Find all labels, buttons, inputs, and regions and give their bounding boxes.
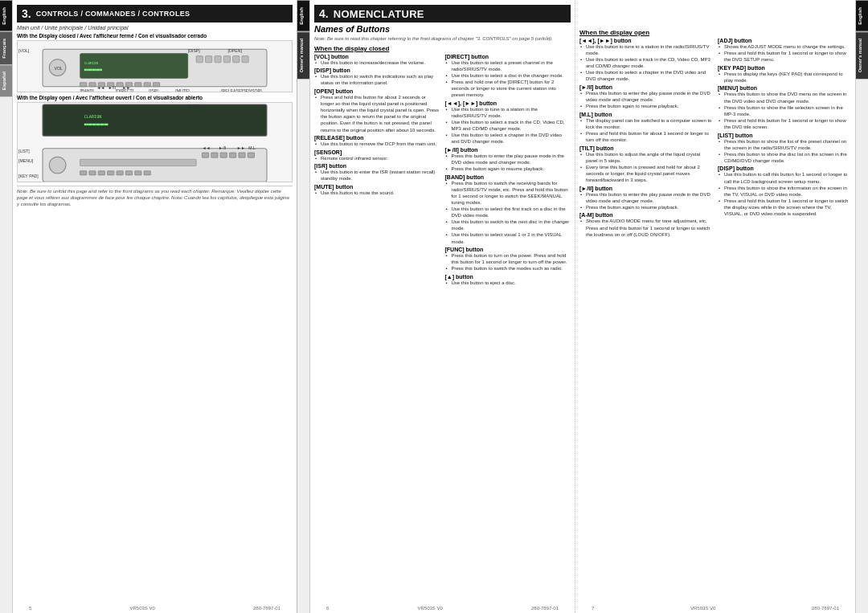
open-col2: [ADJ] button Shows the ADJUST MODE menu … (718, 38, 851, 239)
when-open-title: When the display open (579, 29, 851, 36)
left-page: English Français Español 3. CONTROLS / C… (0, 0, 297, 613)
nomenclature-col-right: When the display open [◄◄], [►►] button … (575, 0, 855, 613)
lang-tab-english-r[interactable]: English (856, 0, 868, 31)
lang-tab-owner-right: Owner's manual (297, 31, 309, 79)
page-wrapper: English Français Español 3. CONTROLS / C… (0, 0, 868, 613)
svg-text:VOL: VOL (54, 66, 62, 71)
svg-rect-52 (144, 171, 150, 175)
svg-text:◄◄: ◄◄ (202, 145, 210, 150)
svg-text:[SENSOR]: [SENSOR] (242, 88, 262, 92)
svg-rect-51 (135, 171, 141, 175)
print-code-nom-right: VR503S V0 (690, 606, 715, 611)
lang-tab-espanol[interactable]: Español (0, 64, 12, 96)
svg-rect-50 (125, 171, 132, 175)
page-num-nom-left: 6 (326, 606, 329, 611)
diagram-open-label: With the Display open / Avec l'afficheur… (17, 95, 293, 100)
note-section: Note: Be sure to unfold this page and re… (17, 186, 293, 207)
btn-playpause1: [►/II] button Press this button to enter… (445, 147, 571, 172)
svg-rect-8 (215, 56, 221, 63)
svg-text:◄◄: ◄◄ (96, 85, 104, 90)
print-code-left: VR503S V0 (129, 606, 154, 611)
lang-tab-english[interactable]: English (0, 0, 12, 31)
svg-text:[MENU]: [MENU] (18, 158, 34, 163)
svg-text:►/II: ►/II (219, 145, 226, 150)
chapter-header-left: 3. CONTROLS / COMMANDES / CONTROLES (17, 5, 293, 22)
svg-text:►/II: ►/II (108, 85, 116, 90)
left-main-content: 3. CONTROLS / COMMANDES / CONTROLES Main… (13, 0, 297, 613)
btn-direct: [DIRECT] button Use this button to selec… (445, 54, 571, 99)
svg-text:[RELEASE]: [RELEASE] (221, 88, 243, 92)
btn-band: [BAND] button Press this button to switc… (445, 174, 571, 245)
svg-rect-44 (248, 153, 254, 157)
svg-text:[OPEN]: [OPEN] (227, 48, 242, 53)
device-diagram-open: CLARION ■■■■■■■■■■■■ (17, 102, 293, 182)
svg-point-37 (49, 157, 66, 174)
btn-open: [OPEN] button Press and hold this button… (314, 88, 440, 133)
lang-tab-owner-r: Owner's manual (856, 31, 868, 79)
svg-rect-20 (153, 83, 159, 87)
btn-playpause-open: [►/II] button Press this button to enter… (579, 84, 713, 109)
svg-rect-13 (89, 83, 96, 87)
diagram-closed-label: With the Display closed / Avec l'affiche… (17, 33, 293, 39)
svg-rect-12 (80, 83, 87, 87)
btn-sensor: [SENSOR] Remote control infrared sensor. (314, 149, 440, 161)
svg-rect-19 (144, 83, 150, 87)
btn-isr: [ISR] button Use this button to enter th… (314, 163, 440, 182)
chapter-header-nom: 4. NOMENCLATURE (314, 5, 571, 22)
page-num-left: 5 (29, 606, 31, 611)
svg-text:[DISP]: [DISP] (188, 48, 200, 53)
svg-rect-38 (80, 159, 197, 166)
svg-rect-46 (89, 171, 96, 175)
btn-playpause2: [►/II] button Press this button to enter… (579, 186, 713, 210)
model-code-nom-left: 280-7897-01 (531, 606, 559, 611)
buttons-open-layout: [◄◄], [►►] button Use this button to tun… (579, 38, 851, 239)
svg-text:■■■■■■■■■■■■: ■■■■■■■■■■■■ (84, 122, 108, 126)
svg-rect-49 (117, 171, 123, 175)
when-closed-title: When the display closed (314, 45, 571, 52)
note-text-nom: Note: Be sure to read this chapter refer… (314, 36, 571, 43)
btn-disp: [DISP] button Use this button to switch … (314, 67, 440, 86)
svg-rect-7 (206, 56, 212, 63)
svg-rect-18 (135, 83, 141, 87)
btn-menu: [MENU] button Press this button to show … (718, 85, 851, 130)
lang-tab-francais[interactable]: Français (0, 31, 12, 65)
lang-tab-english-right[interactable]: English (297, 0, 309, 31)
names-subtitle: Names of Buttons (314, 24, 571, 34)
svg-text:[MUTE]: [MUTE] (175, 88, 190, 92)
svg-rect-47 (98, 171, 104, 175)
chapter-title-left: CONTROLS / COMMANDES / CONTROLES (36, 10, 190, 18)
svg-text:[BAND]: [BAND] (80, 88, 95, 92)
chapter-num-nom: 4. (319, 7, 329, 20)
nomenclature-col-left: 4. NOMENCLATURE Names of Buttons Note: B… (310, 0, 575, 613)
open-col1: [◄◄], [►►] button Use this button to tun… (579, 38, 713, 239)
svg-text:■■■■■■■■■: ■■■■■■■■■ (84, 67, 103, 72)
device-open-svg: CLARION ■■■■■■■■■■■■ (18, 103, 292, 182)
lang-sidebar-left: English Français Español (0, 0, 13, 613)
btn-am: [A-M] button Shows the AUDIO MODE menu f… (579, 212, 713, 237)
btn-disp-open: [DISP] button Use this button to call th… (718, 166, 851, 217)
btn-list: [LIST] button Press this button to show … (718, 133, 851, 164)
svg-text:[ISR]: [ISR] (149, 88, 158, 92)
svg-text:M.L: M.L (248, 145, 256, 150)
svg-rect-9 (223, 56, 230, 63)
svg-rect-40 (211, 153, 218, 157)
device-diagram-closed: VOL CLARION ■■■■■■■■■ (17, 40, 293, 92)
btn-keypad: [KEY PAD] button Press to display the ke… (718, 65, 851, 84)
btn-prevnext: [◄◄], [►►] button Use this button to tun… (445, 100, 571, 145)
page-num-nom-right: 7 (592, 606, 594, 611)
btn-tilt: [TILT] button Use this button to adjust … (579, 145, 713, 183)
svg-text:[TILT]: [TILT] (200, 181, 211, 182)
buttons-col1: [VOL] button Use this button to increase… (314, 54, 440, 288)
svg-text:[VOL]: [VOL] (18, 48, 30, 53)
svg-rect-41 (220, 153, 227, 157)
svg-text:[KEY PAD]: [KEY PAD] (18, 174, 39, 178)
btn-vol: [VOL] button Use this button to increase… (314, 54, 440, 66)
print-code-nom-left: VR503S V0 (417, 606, 442, 611)
page-footer-left: 5 VR503S V0 280-7897-01 (29, 606, 280, 611)
svg-text:CLARION: CLARION (84, 114, 102, 119)
svg-rect-42 (229, 153, 235, 157)
btn-adj: [ADJ] button Shows the ADJUST MODE menu … (718, 38, 851, 63)
chapter-num-left: 3. (22, 7, 31, 20)
svg-text:CLARION: CLARION (84, 61, 99, 65)
svg-rect-45 (80, 171, 87, 175)
